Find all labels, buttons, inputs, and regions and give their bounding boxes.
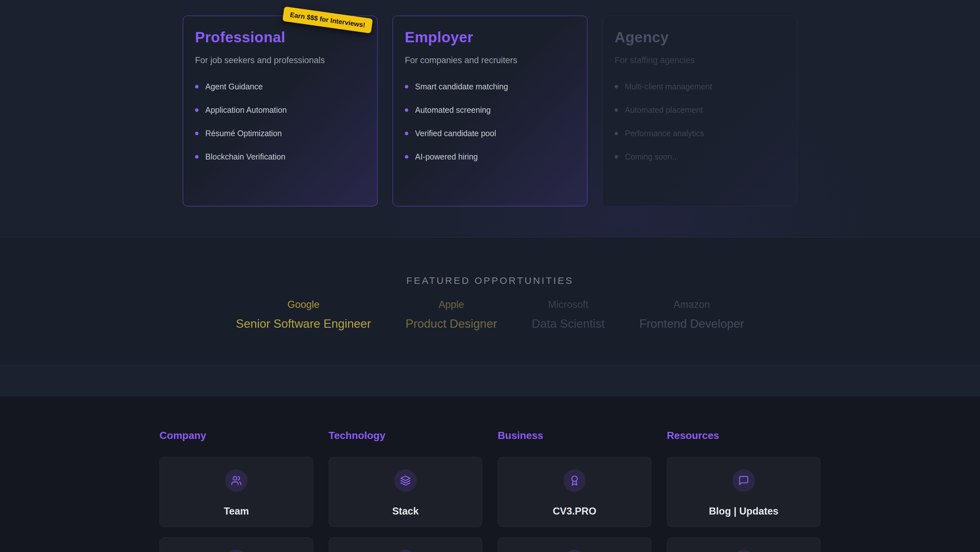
feature-item: Performance analytics xyxy=(614,129,785,138)
footer-card-icon xyxy=(394,550,417,552)
landing-page: Earn $$$ for Interviews! Professional Fo… xyxy=(0,0,980,552)
persona-card[interactable]: Employer For companies and recruiters Sm… xyxy=(393,16,587,206)
featured-job-item[interactable]: Microsoft Data Scientist xyxy=(531,299,605,330)
feature-label: Smart candidate matching xyxy=(415,82,508,91)
job-title: Product Designer xyxy=(406,317,497,330)
persona-card-subtitle: For companies and recruiters xyxy=(405,56,575,65)
job-title: Data Scientist xyxy=(531,317,605,330)
footer-link-card-partial[interactable] xyxy=(667,537,821,552)
persona-card-title: Employer xyxy=(405,29,575,46)
feature-label: Verified candidate pool xyxy=(415,129,496,138)
persona-feature-list: Multi-client management Automated placem… xyxy=(614,82,785,161)
footer-column: Business CV3.PRO xyxy=(498,430,651,552)
footer-column-heading: Resources xyxy=(667,430,821,442)
bullet-dot-icon xyxy=(405,85,408,88)
feature-item: Verified candidate pool xyxy=(405,129,575,138)
bullet-dot-icon xyxy=(195,155,199,159)
award-icon xyxy=(563,469,586,492)
footer-columns: Company Team Technology Stack Business C… xyxy=(0,430,980,552)
bullet-dot-icon xyxy=(195,108,199,112)
footer-link-card[interactable]: CV3.PRO xyxy=(498,457,651,527)
feature-label: Coming soon... xyxy=(625,152,679,161)
bullet-dot-icon xyxy=(614,85,618,88)
feature-item: Résumé Optimization xyxy=(195,129,366,138)
job-title: Frontend Developer xyxy=(639,317,744,330)
footer-card-icon xyxy=(563,550,586,552)
feature-item: Automated screening xyxy=(405,105,575,115)
footer-column-heading: Technology xyxy=(329,430,482,442)
persona-card-title: Professional xyxy=(195,29,366,46)
users-icon xyxy=(225,469,248,492)
featured-jobs-carousel: Google Senior Software Engineer Apple Pr… xyxy=(0,299,980,330)
footer-card-label: Team xyxy=(224,506,249,517)
job-company-name: Microsoft xyxy=(531,299,605,310)
footer: Company Team Technology Stack Business C… xyxy=(0,396,980,552)
bullet-dot-icon xyxy=(405,155,408,159)
job-company-name: Amazon xyxy=(639,299,744,310)
footer-column: Company Team xyxy=(159,430,313,552)
bullet-dot-icon xyxy=(405,132,408,135)
layers-icon xyxy=(394,469,417,492)
feature-item: Blockchain Verification xyxy=(195,152,366,161)
feature-item: Multi-client management xyxy=(614,82,785,91)
job-title: Senior Software Engineer xyxy=(236,317,371,330)
footer-card-label: Stack xyxy=(392,506,419,517)
feature-label: Application Automation xyxy=(205,105,286,115)
persona-cards-row: Professional For job seekers and profess… xyxy=(0,0,980,206)
footer-link-card-partial[interactable] xyxy=(159,537,313,552)
feature-label: Automated screening xyxy=(415,105,491,115)
section-spacer-band xyxy=(0,365,980,396)
persona-card-subtitle: For job seekers and professionals xyxy=(195,56,366,65)
feature-item: Application Automation xyxy=(195,105,366,115)
feature-label: AI-powered hiring xyxy=(415,152,478,161)
feature-label: Agent Guidance xyxy=(205,82,262,91)
footer-column: Technology Stack xyxy=(329,430,482,552)
featured-job-item[interactable]: Apple Product Designer xyxy=(406,299,497,330)
feature-item: Coming soon... xyxy=(614,152,785,161)
footer-card-label: Blog | Updates xyxy=(709,506,778,517)
footer-card-label: CV3.PRO xyxy=(553,506,596,517)
feature-label: Blockchain Verification xyxy=(205,152,285,161)
feature-label: Multi-client management xyxy=(625,82,712,91)
footer-link-card[interactable]: Stack xyxy=(329,457,482,527)
footer-link-card-partial[interactable] xyxy=(329,537,482,552)
bullet-dot-icon xyxy=(405,108,408,112)
footer-card-icon xyxy=(732,550,755,552)
persona-feature-list: Agent Guidance Application Automation Ré… xyxy=(195,82,366,161)
footer-card-icon xyxy=(225,550,248,552)
job-company-name: Apple xyxy=(406,299,497,310)
bullet-dot-icon xyxy=(614,132,618,135)
feature-item: AI-powered hiring xyxy=(405,152,575,161)
message-icon xyxy=(732,469,755,492)
personas-section: Earn $$$ for Interviews! Professional Fo… xyxy=(0,0,980,238)
feature-item: Agent Guidance xyxy=(195,82,366,91)
feature-item: Smart candidate matching xyxy=(405,82,575,91)
featured-job-item[interactable]: Google Senior Software Engineer xyxy=(236,299,371,330)
persona-card[interactable]: Agency For staffing agencies Multi-clien… xyxy=(602,16,797,206)
feature-label: Résumé Optimization xyxy=(205,129,282,138)
job-company-name: Google xyxy=(236,299,371,310)
footer-link-card[interactable]: Blog | Updates xyxy=(667,457,821,527)
footer-column-heading: Business xyxy=(498,430,651,442)
bullet-dot-icon xyxy=(614,108,618,112)
feature-item: Automated placement xyxy=(614,105,785,115)
bullet-dot-icon xyxy=(195,85,199,88)
featured-opportunities-section: FEATURED OPPORTUNITIES Google Senior Sof… xyxy=(0,238,980,365)
persona-card-subtitle: For staffing agencies xyxy=(614,56,785,65)
persona-card[interactable]: Professional For job seekers and profess… xyxy=(183,16,378,206)
footer-column-heading: Company xyxy=(159,430,313,442)
persona-card-title: Agency xyxy=(614,29,785,46)
bullet-dot-icon xyxy=(195,132,199,135)
featured-heading: FEATURED OPPORTUNITIES xyxy=(0,238,980,286)
persona-feature-list: Smart candidate matching Automated scree… xyxy=(405,82,575,161)
bullet-dot-icon xyxy=(614,155,618,159)
featured-job-item[interactable]: Amazon Frontend Developer xyxy=(639,299,744,330)
feature-label: Automated placement xyxy=(625,105,703,115)
feature-label: Performance analytics xyxy=(625,129,704,138)
footer-link-card-partial[interactable] xyxy=(498,537,651,552)
footer-column: Resources Blog | Updates xyxy=(667,430,821,552)
footer-link-card[interactable]: Team xyxy=(159,457,313,527)
